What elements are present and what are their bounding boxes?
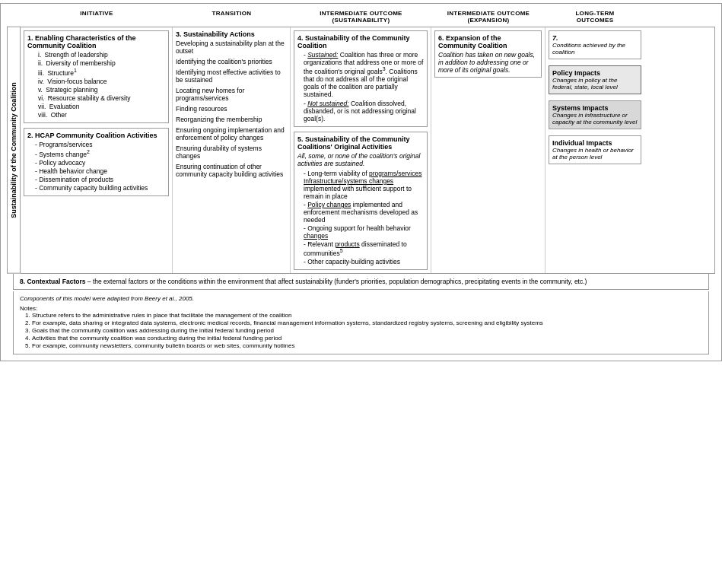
policy-title: Policy Impacts [552,69,638,77]
list-item: Dissemination of products [35,176,165,183]
systems-text: Changes in infrastructure or capacity at… [552,112,638,126]
box-1-list: i. Strength of leadership ii. Diversity … [27,51,165,119]
box-1-title: 1. Enabling Characteristics of the Commu… [27,34,165,49]
note-item: Goals that the community coalition was a… [32,327,702,334]
trans-item: Developing a sustainability plan at the … [176,40,287,55]
list-item: Programs/services [35,141,165,148]
header-inter-exp: INTERMEDIATE OUTCOME (EXPANSION) [431,10,545,24]
header-row: INITIATIVE TRANSITION INTERMEDIATE OUTCO… [21,10,715,24]
longterm-column: 7. Conditions achieved by the coalition … [545,27,644,273]
note-item: Structure refers to the administrative r… [32,312,702,319]
list-item: iii. Structure1 [38,68,165,77]
list-item: vi. Resource stability & diversity [38,94,165,102]
box-6-title: 6. Expansion of the Community Coalition [438,34,538,49]
contextual-label: 8. Contextual Factors [20,278,85,285]
trans-item: Locating new homes for programs/services [176,87,287,102]
inter-exp-column: 6. Expansion of the Community Coalition … [431,27,545,273]
list-item: Other capacity-building activities [304,258,424,265]
trans-item: Ensuring durability of systems changes [176,145,287,160]
trans-item: Reorganizing the membership [176,116,287,123]
list-item: Community capacity building activities [35,184,165,192]
columns-area: 1. Enabling Characteristics of the Commu… [21,27,715,274]
trans-item: Identifying the coalition's priorities [176,58,287,65]
policy-text: Changes in policy at the federal, state,… [552,77,638,91]
content-row: Sustainability of the Community Coalitio… [7,27,715,274]
individual-text: Changes in health or behavior at the per… [552,147,638,161]
list-item: Relevant products disseminated to commun… [304,240,424,257]
list-item: Sustained: Coalition has three or more o… [304,51,424,98]
trans-item: Finding resources [176,105,287,113]
main-container: INITIATIVE TRANSITION INTERMEDIATE OUTCO… [0,3,722,361]
initiative-column: 1. Enabling Characteristics of the Commu… [21,27,173,273]
header-initiative: INITIATIVE [21,10,173,24]
box-2-title: 2. HCAP Community Coalition Activities [27,132,165,139]
box-7: 7. Conditions achieved by the coalition [549,30,641,59]
box-2: 2. HCAP Community Coalition Activities P… [24,128,169,196]
note-item: For example, data sharing or integrated … [32,319,702,326]
list-item: ii. Diversity of membership [38,59,165,67]
trans-item: Ensuring ongoing implementation and enfo… [176,126,287,141]
list-item: viii. Other [38,111,165,119]
list-item: Systems change2 [35,149,165,158]
transition-column: 3. Sustainability Actions Developing a s… [173,27,291,273]
individual-title: Individual Impacts [552,139,638,147]
individual-impacts-box: Individual Impacts Changes in health or … [549,135,641,164]
box-3-title: 3. Sustainability Actions [176,30,287,38]
list-item: v. Strategic planning [38,86,165,94]
list-item: Not sustained: Coalition dissolved, disb… [304,100,424,122]
box-5-title: 5. Sustainability of the Community Coali… [297,135,424,151]
box-7-text: Conditions achieved by the coalition [552,42,638,56]
header-transition: TRANSITION [173,10,291,24]
note-item: Activities that the community coalition … [32,335,702,342]
list-item: Health behavior change [35,167,165,175]
note-item: For example, community newsletters, comm… [32,342,702,349]
box-5-list: Long-term viability of programs/services… [297,170,424,265]
contextual-text: – the external factors or the conditions… [85,278,587,285]
trans-item: Identifying most effective activities to… [176,68,287,84]
list-item: Policy changes implemented and enforceme… [304,201,424,224]
header-longterm: LONG-TERM OUTCOMES [545,10,644,24]
policy-impacts-box: Policy Impacts Changes in policy at the … [549,65,641,94]
systems-impacts-box: Systems Impacts Changes in infrastructur… [549,100,641,129]
list-item: vii. Evaluation [38,103,165,110]
box-7-title: 7. [552,34,638,42]
list-item: i. Strength of leadership [38,51,165,59]
left-label: Sustainability of the Community Coalitio… [7,27,21,274]
trans-item: Ensuring continuation of other community… [176,163,287,178]
list-item: Long-term viability of programs/services… [304,170,424,200]
box-1: 1. Enabling Characteristics of the Commu… [24,30,169,123]
notes-list: Structure refers to the administrative r… [20,312,702,349]
list-item: Policy advocacy [35,159,165,167]
adapted-text: Components of this model were adapted fr… [20,295,702,302]
inter-sust-column: 4. Sustainability of the Community Coali… [291,27,431,273]
notes-row: Components of this model were adapted fr… [13,291,709,354]
notes-label: Notes: [20,305,702,312]
box-2-list: Programs/services Systems change2 Policy… [27,141,165,192]
list-item: Ongoing support for health behavior chan… [304,224,424,240]
list-item: iv. Vision-focus balance [38,78,165,85]
box-4-title: 4. Sustainability of the Community Coali… [297,34,424,49]
systems-title: Systems Impacts [552,104,638,112]
box-5: 5. Sustainability of the Community Coali… [294,132,428,270]
box-6: 6. Expansion of the Community Coalition … [434,30,542,78]
header-inter-sust: INTERMEDIATE OUTCOME (SUSTAINABILITY) [291,10,431,24]
box-4-list: Sustained: Coalition has three or more o… [297,51,424,122]
box-6-text: Coalition has taken on new goals, in add… [438,51,538,74]
box-4: 4. Sustainability of the Community Coali… [294,30,428,127]
box-5-subtitle: All, some, or none of the coalition's or… [297,152,424,167]
contextual-factors-row: 8. Contextual Factors – the external fac… [13,274,709,290]
